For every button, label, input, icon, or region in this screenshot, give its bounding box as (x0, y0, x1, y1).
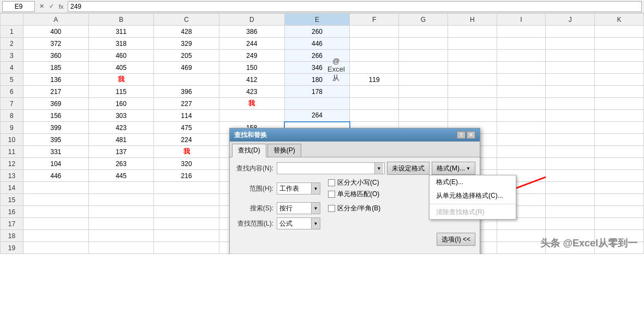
cell-I6[interactable] (497, 86, 546, 98)
cell-C10[interactable]: 224 (154, 134, 219, 146)
cell-J4[interactable] (546, 62, 595, 74)
cell-I12[interactable] (497, 158, 546, 170)
cell-B19[interactable] (88, 242, 154, 254)
cell-K6[interactable] (595, 86, 644, 98)
col-header-J[interactable]: J (546, 14, 595, 26)
cell-C6[interactable]: 396 (154, 86, 219, 98)
format-dropdown-menu[interactable]: 格式(E)... 从单元格选择格式(C)... 清除查找格式(R) (429, 175, 516, 220)
cell-K13[interactable] (595, 170, 644, 182)
cell-B1[interactable]: 311 (88, 26, 154, 38)
cell-A4[interactable]: 185 (23, 62, 88, 74)
cell-I4[interactable] (497, 62, 546, 74)
cell-C2[interactable]: 329 (154, 38, 219, 50)
cell-G1[interactable] (399, 26, 448, 38)
cell-K12[interactable] (595, 158, 644, 170)
cell-G6[interactable] (399, 86, 448, 98)
cell-I9[interactable] (497, 122, 546, 134)
cell-B4[interactable]: 405 (88, 62, 154, 74)
cell-J16[interactable] (546, 206, 595, 218)
format-button[interactable]: 格式(M)... ▼ (432, 162, 475, 175)
cell-J14[interactable] (546, 182, 595, 194)
cell-J18[interactable] (546, 230, 595, 242)
cell-E4[interactable]: 346 (284, 62, 350, 74)
format-dropdown-item-format[interactable]: 格式(E)... (430, 175, 516, 189)
cell-H5[interactable] (448, 74, 497, 86)
cell-B15[interactable] (88, 194, 154, 206)
cell-B2[interactable]: 318 (88, 38, 154, 50)
cell-I5[interactable] (497, 74, 546, 86)
cell-J8[interactable] (546, 110, 595, 122)
cell-K10[interactable] (595, 134, 644, 146)
col-header-D[interactable]: D (219, 14, 284, 26)
col-header-A[interactable]: A (23, 14, 88, 26)
checkbox-case[interactable]: 区分大小写(C) (328, 178, 379, 187)
options-button[interactable]: 选项(I) << (437, 233, 475, 246)
find-input-field[interactable]: ▼ (277, 162, 385, 174)
cell-B9[interactable]: 423 (88, 122, 154, 134)
cell-C4[interactable]: 469 (154, 62, 219, 74)
cell-D5[interactable]: 412 (219, 74, 284, 86)
cell-C13[interactable]: 216 (154, 170, 219, 182)
cell-E8[interactable]: 264 (284, 110, 350, 122)
cell-C7[interactable]: 227 (154, 98, 219, 110)
cell-H1[interactable] (448, 26, 497, 38)
cell-I7[interactable] (497, 98, 546, 110)
cell-J12[interactable] (546, 158, 595, 170)
cell-K17[interactable] (595, 218, 644, 230)
checkbox-halfwidth-box[interactable] (328, 205, 335, 212)
cell-I10[interactable] (497, 134, 546, 146)
cell-D1[interactable]: 386 (219, 26, 284, 38)
cell-H6[interactable] (448, 86, 497, 98)
col-header-B[interactable]: B (88, 14, 154, 26)
cell-B12[interactable]: 263 (88, 158, 154, 170)
checkbox-cell-match[interactable]: 单元格匹配(O) (328, 190, 379, 199)
cell-B10[interactable]: 481 (88, 134, 154, 146)
col-header-C[interactable]: C (154, 14, 219, 26)
cell-C1[interactable]: 428 (154, 26, 219, 38)
cell-C19[interactable] (154, 242, 219, 254)
cell-J10[interactable] (546, 134, 595, 146)
findrange-select[interactable]: 公式 ▼ (277, 217, 320, 229)
confirm-formula-icon[interactable]: ✓ (47, 2, 56, 11)
cell-K2[interactable] (595, 38, 644, 50)
cell-I2[interactable] (497, 38, 546, 50)
cell-A5[interactable]: 136 (23, 74, 88, 86)
cell-B5[interactable]: 我 (88, 74, 154, 86)
cell-I19[interactable] (497, 242, 546, 254)
cell-F3[interactable] (350, 50, 399, 62)
scope-arrow[interactable]: ▼ (311, 183, 320, 194)
cell-H4[interactable] (448, 62, 497, 74)
cell-K9[interactable] (595, 122, 644, 134)
cell-K19[interactable] (595, 242, 644, 254)
cell-E6[interactable]: 178 (284, 86, 350, 98)
cell-D2[interactable]: 244 (219, 38, 284, 50)
cell-F5[interactable]: 119 (350, 74, 399, 86)
cell-G4[interactable] (399, 62, 448, 74)
cell-A12[interactable]: 104 (23, 158, 88, 170)
cell-J15[interactable] (546, 194, 595, 206)
cell-J2[interactable] (546, 38, 595, 50)
tab-replace[interactable]: 替换(P) (267, 144, 301, 157)
cell-J13[interactable] (546, 170, 595, 182)
cell-G7[interactable] (399, 98, 448, 110)
cell-H8[interactable] (448, 110, 497, 122)
cell-K18[interactable] (595, 230, 644, 242)
cell-K16[interactable] (595, 206, 644, 218)
cell-D7[interactable]: 我 (219, 98, 284, 110)
cell-C16[interactable] (154, 206, 219, 218)
findrange-arrow[interactable]: ▼ (311, 218, 320, 229)
cell-K11[interactable] (595, 146, 644, 158)
cell-K4[interactable] (595, 62, 644, 74)
checkbox-case-box[interactable] (328, 179, 335, 186)
cell-C15[interactable] (154, 194, 219, 206)
cell-B13[interactable]: 445 (88, 170, 154, 182)
col-header-F[interactable]: F (350, 14, 399, 26)
cell-F4[interactable] (350, 62, 399, 74)
cell-C14[interactable] (154, 182, 219, 194)
cell-F2[interactable] (350, 38, 399, 50)
cell-B11[interactable]: 137 (88, 146, 154, 158)
fx-icon[interactable]: fx (57, 2, 65, 11)
format-dropdown-item-from-cell[interactable]: 从单元格选择格式(C)... (430, 189, 516, 203)
cell-A17[interactable] (23, 218, 88, 230)
cell-J5[interactable] (546, 74, 595, 86)
